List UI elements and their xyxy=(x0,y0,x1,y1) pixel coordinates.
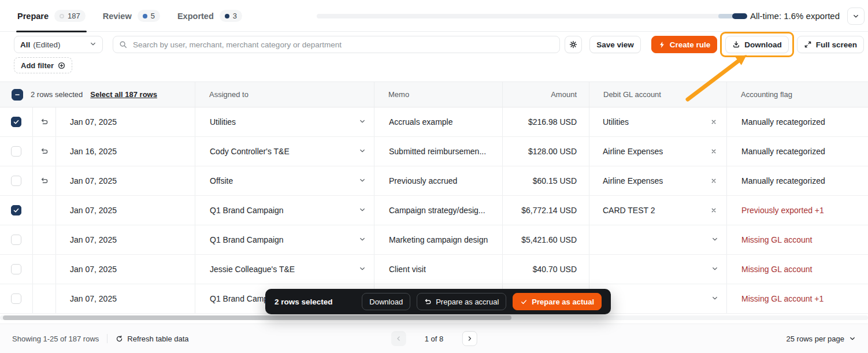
progress-ring-icon xyxy=(60,14,64,18)
gl-account-value: Utilities xyxy=(603,117,629,127)
memo-cell[interactable]: Campaign strategy/desig... xyxy=(374,196,503,225)
next-page-button[interactable] xyxy=(462,331,477,346)
full-screen-button[interactable]: Full screen xyxy=(797,36,864,53)
gl-account-dropdown[interactable]: Airline Expenses xyxy=(589,166,727,195)
create-rule-button[interactable]: Create rule xyxy=(651,36,718,53)
amount-cell: $128.00 USD xyxy=(503,137,589,166)
export-progress-bar xyxy=(317,14,747,18)
gl-account-value: Airline Expenses xyxy=(603,176,663,185)
assigned-to-dropdown[interactable]: Utilities xyxy=(195,107,374,136)
gl-account-dropdown[interactable]: Airline Expenses xyxy=(589,137,727,166)
table-row: Jan 07, 2025 Offsite Previously accrued … xyxy=(0,166,868,196)
memo-cell[interactable]: Submitted reimbursemen... xyxy=(374,137,503,166)
selection-count: 2 rows selected xyxy=(31,90,83,99)
navy-dot-icon xyxy=(225,14,229,18)
gl-account-dropdown[interactable] xyxy=(589,225,727,254)
rows-per-page-dropdown[interactable]: 25 rows per page xyxy=(787,324,856,353)
filter-dropdown[interactable]: All (Edited) xyxy=(14,36,103,53)
table-row: Jan 16, 2025 Cody Controller's T&E Submi… xyxy=(0,137,868,166)
row-checkbox[interactable] xyxy=(11,293,21,304)
refresh-table-button[interactable]: Refresh table data xyxy=(116,335,188,343)
assigned-to-dropdown[interactable]: Cody Controller's T&E xyxy=(195,137,374,166)
close-icon xyxy=(710,118,717,125)
transaction-date: Jan 07, 2025 xyxy=(56,107,195,136)
accounting-flag-cell: Manually recategorized xyxy=(727,166,868,195)
column-header-accounting-flag[interactable]: Accounting flag xyxy=(727,82,868,107)
check-icon xyxy=(13,118,20,125)
gl-account-dropdown[interactable]: CARD TEST 2 xyxy=(589,196,727,225)
chevron-down-icon xyxy=(90,40,97,47)
assigned-to-dropdown[interactable]: Jessie Colleague's T&E xyxy=(195,255,374,284)
clear-gl-button[interactable] xyxy=(709,176,718,185)
save-view-button[interactable]: Save view xyxy=(589,36,641,53)
prev-page-button[interactable] xyxy=(391,331,406,346)
search-input[interactable] xyxy=(132,40,554,50)
full-screen-label: Full screen xyxy=(816,40,857,49)
column-header-amount[interactable]: Amount xyxy=(503,82,589,107)
assigned-to-value: Q1 Brand Campaign xyxy=(210,235,284,244)
download-icon xyxy=(732,40,740,49)
assigned-to-dropdown[interactable]: Q1 Brand Campaign xyxy=(195,196,374,225)
transaction-date: Jan 07, 2025 xyxy=(56,166,195,195)
chevron-down-icon xyxy=(359,147,366,154)
bulk-selection-count: 2 rows selected xyxy=(275,298,333,306)
clear-gl-button[interactable] xyxy=(709,117,718,127)
chevron-down-icon xyxy=(852,13,859,20)
prepare-as-actual-button[interactable]: Prepare as actual xyxy=(513,293,602,310)
rows-per-page-label: 25 rows per page xyxy=(787,335,844,343)
tab-review[interactable]: Review 5 xyxy=(102,0,161,32)
column-header-assigned-to[interactable]: Assigned to xyxy=(195,82,374,107)
assigned-to-dropdown[interactable]: Q1 Brand Campaign xyxy=(195,225,374,254)
memo-cell[interactable]: Previously accrued xyxy=(374,166,503,195)
table-header: 2 rows selected Select all 187 rows Assi… xyxy=(0,81,868,107)
bulk-download-button[interactable]: Download xyxy=(362,293,410,310)
column-header-memo[interactable]: Memo xyxy=(374,82,503,107)
scrollbar-thumb[interactable] xyxy=(3,315,511,320)
search-field[interactable] xyxy=(113,36,560,53)
row-checkbox[interactable] xyxy=(11,235,21,245)
gl-account-dropdown[interactable]: Utilities xyxy=(589,107,727,136)
divider xyxy=(107,334,107,343)
memo-cell[interactable]: Client visit xyxy=(374,255,503,284)
gear-icon xyxy=(569,40,577,49)
amount-cell: $5,421.60 USD xyxy=(503,225,589,254)
clear-gl-button[interactable] xyxy=(709,206,718,215)
download-button[interactable]: Download xyxy=(725,36,789,53)
clear-gl-button[interactable] xyxy=(709,147,718,156)
repeat-icon xyxy=(40,177,49,185)
memo-value: Campaign strategy/desig... xyxy=(389,206,485,215)
chevron-down-icon xyxy=(359,236,366,243)
full-screen-icon xyxy=(804,40,812,49)
repeat-icon xyxy=(424,298,432,306)
alltime-expand-button[interactable] xyxy=(847,8,865,25)
tab-exported[interactable]: Exported 3 xyxy=(176,0,243,32)
flag-value: Missing GL account xyxy=(741,265,812,274)
table-row: Jan 07, 2025 Q1 Brand Campaign Marketing… xyxy=(0,225,868,255)
prepare-as-actual-label: Prepare as actual xyxy=(532,298,594,306)
assigned-to-dropdown[interactable]: Offsite xyxy=(195,166,374,195)
chevron-down-icon xyxy=(359,177,366,184)
row-checkbox[interactable] xyxy=(11,176,21,186)
assigned-to-value: Offsite xyxy=(210,176,233,185)
prepare-as-accrual-button[interactable]: Prepare as accrual xyxy=(417,293,506,310)
table-settings-button[interactable] xyxy=(565,36,582,53)
save-view-label: Save view xyxy=(596,40,634,49)
transaction-date: Jan 07, 2025 xyxy=(56,225,195,254)
memo-value: Accruals example xyxy=(389,117,453,127)
indeterminate-icon xyxy=(14,91,21,98)
gl-account-dropdown[interactable] xyxy=(589,255,727,284)
row-checkbox[interactable] xyxy=(11,117,21,127)
column-header-debit-gl[interactable]: Debit GL account xyxy=(589,82,727,107)
select-all-checkbox[interactable] xyxy=(12,89,23,101)
memo-cell[interactable]: Accruals example xyxy=(374,107,503,136)
row-checkbox[interactable] xyxy=(11,205,21,215)
alltime-exported-label: All-time: 1.6% exported xyxy=(750,11,840,21)
check-icon xyxy=(13,207,20,214)
tab-prepare[interactable]: Prepare 187 xyxy=(16,0,87,32)
row-checkbox[interactable] xyxy=(11,264,21,274)
row-checkbox[interactable] xyxy=(11,146,21,157)
assigned-to-value: Utilities xyxy=(210,117,236,127)
select-all-link[interactable]: Select all 187 rows xyxy=(90,90,157,99)
memo-cell[interactable]: Marketing campaign design xyxy=(374,225,503,254)
add-filter-button[interactable]: Add filter xyxy=(14,57,72,73)
